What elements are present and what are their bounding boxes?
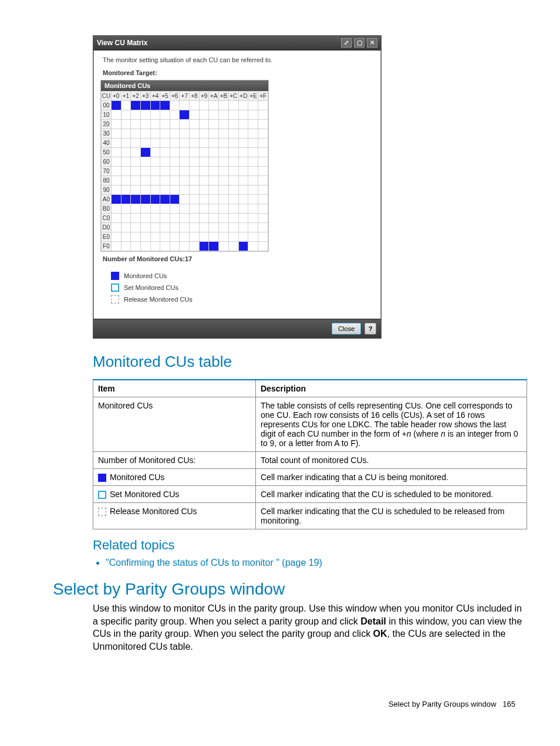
cu-cell[interactable] — [258, 129, 268, 139]
cu-cell[interactable] — [170, 185, 180, 195]
cu-cell[interactable] — [121, 167, 131, 176]
cu-cell[interactable] — [140, 214, 150, 223]
cu-cell[interactable] — [111, 214, 121, 223]
cu-cell[interactable] — [190, 232, 200, 242]
cu-cell[interactable] — [248, 129, 258, 139]
cu-cell[interactable] — [219, 214, 229, 223]
cu-cell[interactable] — [170, 214, 180, 223]
cu-cell[interactable] — [180, 129, 190, 139]
cu-cell[interactable] — [180, 185, 190, 195]
cu-cell[interactable] — [170, 176, 180, 185]
related-link[interactable]: "Confirming the status of CUs to monitor… — [106, 558, 322, 568]
cu-cell[interactable] — [160, 157, 170, 167]
cu-cell[interactable] — [131, 101, 141, 110]
cu-cell[interactable] — [258, 120, 268, 129]
cu-cell[interactable] — [238, 195, 248, 204]
cu-cell[interactable] — [121, 101, 131, 110]
cu-cell[interactable] — [248, 195, 258, 204]
cu-cell[interactable] — [140, 129, 150, 139]
cu-cell[interactable] — [258, 148, 268, 157]
cu-cell[interactable] — [150, 223, 160, 232]
cu-cell[interactable] — [140, 232, 150, 242]
cu-cell[interactable] — [238, 232, 248, 242]
cu-cell[interactable] — [180, 204, 190, 214]
cu-cell[interactable] — [121, 157, 131, 167]
cu-cell[interactable] — [170, 195, 180, 204]
cu-cell[interactable] — [111, 157, 121, 167]
cu-cell[interactable] — [180, 176, 190, 185]
cu-cell[interactable] — [111, 120, 121, 129]
cu-cell[interactable] — [248, 101, 258, 110]
cu-cell[interactable] — [121, 139, 131, 148]
cu-cell[interactable] — [160, 176, 170, 185]
cu-cell[interactable] — [180, 139, 190, 148]
cu-cell[interactable] — [150, 204, 160, 214]
cu-cell[interactable] — [199, 214, 209, 223]
cu-cell[interactable] — [150, 120, 160, 129]
cu-cell[interactable] — [209, 139, 219, 148]
cu-cell[interactable] — [111, 242, 121, 251]
cu-cell[interactable] — [111, 167, 121, 176]
cu-cell[interactable] — [140, 167, 150, 176]
cu-cell[interactable] — [190, 157, 200, 167]
cu-cell[interactable] — [170, 148, 180, 157]
cu-cell[interactable] — [248, 139, 258, 148]
cu-cell[interactable] — [228, 204, 238, 214]
cu-cell[interactable] — [209, 232, 219, 242]
cu-cell[interactable] — [190, 139, 200, 148]
cu-cell[interactable] — [150, 195, 160, 204]
cu-cell[interactable] — [131, 214, 141, 223]
cu-cell[interactable] — [190, 223, 200, 232]
cu-cell[interactable] — [248, 110, 258, 120]
cu-cell[interactable] — [228, 139, 238, 148]
cu-cell[interactable] — [150, 110, 160, 120]
cu-cell[interactable] — [190, 185, 200, 195]
cu-cell[interactable] — [160, 214, 170, 223]
cu-cell[interactable] — [228, 223, 238, 232]
cu-cell[interactable] — [131, 232, 141, 242]
cu-cell[interactable] — [180, 101, 190, 110]
cu-cell[interactable] — [219, 148, 229, 157]
cu-cell[interactable] — [190, 242, 200, 251]
cu-cell[interactable] — [258, 204, 268, 214]
cu-cell[interactable] — [228, 157, 238, 167]
cu-cell[interactable] — [209, 110, 219, 120]
cu-cell[interactable] — [238, 185, 248, 195]
cu-cell[interactable] — [131, 167, 141, 176]
cu-cell[interactable] — [258, 110, 268, 120]
cu-cell[interactable] — [121, 204, 131, 214]
cu-cell[interactable] — [160, 120, 170, 129]
cu-cell[interactable] — [219, 232, 229, 242]
cu-cell[interactable] — [209, 148, 219, 157]
cu-cell[interactable] — [238, 223, 248, 232]
cu-cell[interactable] — [219, 101, 229, 110]
cu-cell[interactable] — [190, 110, 200, 120]
cu-cell[interactable] — [209, 176, 219, 185]
cu-cell[interactable] — [258, 139, 268, 148]
cu-cell[interactable] — [170, 204, 180, 214]
cu-cell[interactable] — [150, 176, 160, 185]
cu-cell[interactable] — [248, 232, 258, 242]
cu-cell[interactable] — [238, 242, 248, 251]
cu-cell[interactable] — [111, 185, 121, 195]
cu-cell[interactable] — [160, 148, 170, 157]
cu-cell[interactable] — [121, 242, 131, 251]
cu-cell[interactable] — [170, 129, 180, 139]
cu-cell[interactable] — [160, 167, 170, 176]
cu-cell[interactable] — [238, 214, 248, 223]
cu-cell[interactable] — [209, 129, 219, 139]
restore-icon[interactable]: ⤢ — [341, 38, 352, 48]
cu-cell[interactable] — [258, 223, 268, 232]
cu-cell[interactable] — [150, 139, 160, 148]
cu-cell[interactable] — [121, 110, 131, 120]
cu-cell[interactable] — [150, 129, 160, 139]
cu-cell[interactable] — [160, 110, 170, 120]
cu-cell[interactable] — [170, 157, 180, 167]
cu-cell[interactable] — [209, 167, 219, 176]
cu-cell[interactable] — [131, 148, 141, 157]
cu-cell[interactable] — [228, 185, 238, 195]
cu-cell[interactable] — [248, 176, 258, 185]
cu-cell[interactable] — [238, 176, 248, 185]
cu-cell[interactable] — [180, 242, 190, 251]
cu-cell[interactable] — [111, 129, 121, 139]
